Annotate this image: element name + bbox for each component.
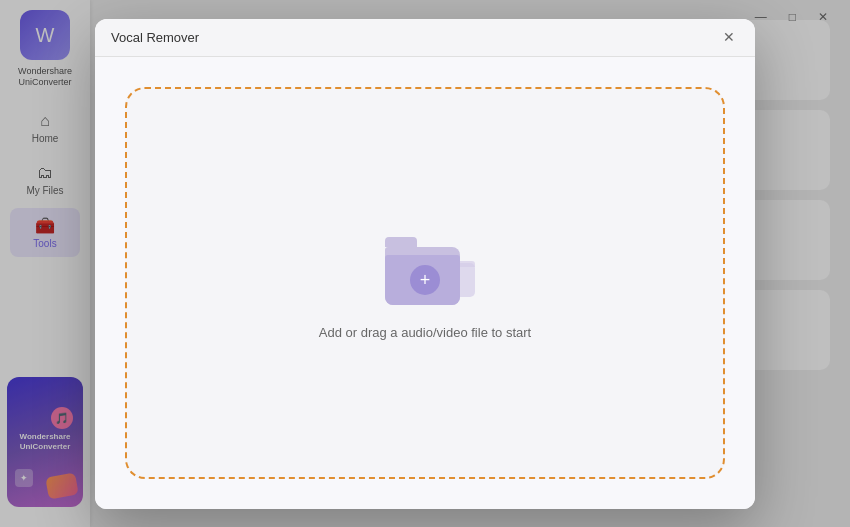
drop-zone[interactable]: + Add or drag a audio/video file to star… xyxy=(125,87,725,479)
folder-icon: + xyxy=(380,225,470,305)
folder-tab-main xyxy=(385,237,417,247)
vocal-remover-modal: Vocal Remover ✕ + Add or drag a audio/vi… xyxy=(95,19,755,509)
modal-close-button[interactable]: ✕ xyxy=(719,27,739,47)
folder-plus-button: + xyxy=(410,265,440,295)
modal-titlebar: Vocal Remover ✕ xyxy=(95,19,755,57)
modal-body: + Add or drag a audio/video file to star… xyxy=(95,57,755,509)
drop-zone-text: Add or drag a audio/video file to start xyxy=(319,325,531,340)
modal-overlay: Vocal Remover ✕ + Add or drag a audio/vi… xyxy=(0,0,850,527)
modal-title: Vocal Remover xyxy=(111,30,199,45)
